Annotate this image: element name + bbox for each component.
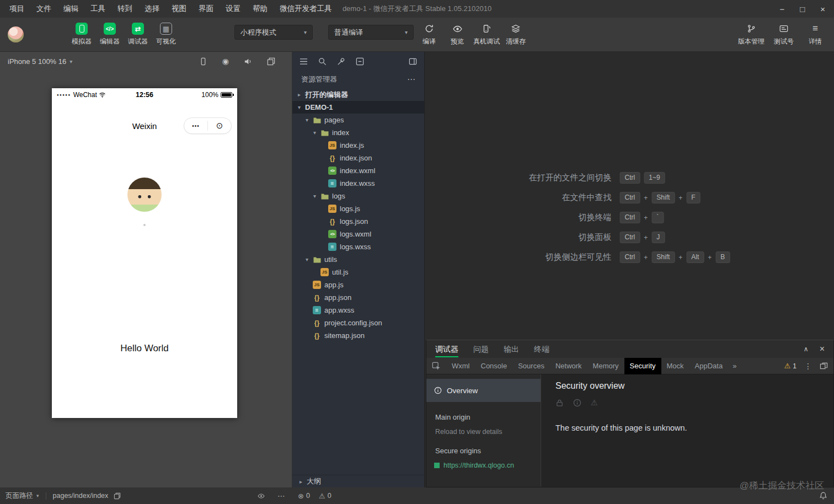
tree-item-logs.wxss[interactable]: ≡logs.wxss [292, 240, 424, 253]
devtools-tab-wxml[interactable]: Wxml [446, 358, 475, 374]
collapse-panel-icon[interactable]: ∧ [804, 345, 809, 353]
maximize-button[interactable]: □ [800, 4, 805, 14]
devtools-tab-sources[interactable]: Sources [512, 358, 550, 374]
remote-debug-button[interactable]: 真机调试 [473, 23, 500, 46]
multi-window-icon[interactable] [267, 57, 275, 66]
tree-item-打开的编辑器[interactable]: ▸打开的编辑器 [292, 88, 424, 101]
menu-item-7[interactable]: 界面 [193, 0, 220, 18]
compile-button[interactable]: 编译 [417, 23, 441, 46]
menu-item-6[interactable]: 视图 [165, 0, 193, 18]
tree-item-util.js[interactable]: JSutil.js [292, 266, 424, 278]
debugger-tab-调试器[interactable]: 调试器 [435, 340, 458, 358]
details-button[interactable]: ≡ 详情 [803, 23, 827, 46]
build-tools-icon[interactable] [337, 57, 345, 66]
tree-item-app.json[interactable]: {}app.json [292, 291, 424, 304]
tree-item-label: sitemap.json [324, 331, 365, 340]
test-account-button[interactable]: 测试号 [772, 23, 796, 46]
menu-item-2[interactable]: 编辑 [57, 0, 84, 18]
rotate-device-icon[interactable] [199, 57, 207, 66]
security-overview-item[interactable]: Overview [426, 379, 541, 402]
compile-mode-select[interactable]: 普通编译 ▾ [328, 25, 414, 40]
menu-item-9[interactable]: 帮助 [247, 0, 274, 18]
capsule-menu-icon[interactable]: ••• [184, 123, 207, 129]
menu-item-3[interactable]: 工具 [84, 0, 111, 18]
tree-item-logs.wxml[interactable]: <>logs.wxml [292, 228, 424, 240]
clear-cache-button[interactable]: 清缓存 [504, 23, 528, 46]
chevron-right-icon: ▸ [300, 479, 307, 485]
menu-item-1[interactable]: 文件 [30, 0, 57, 18]
secure-origin-item[interactable]: https://thirdwx.qlogo.cn [426, 462, 541, 469]
capsule-close-icon[interactable]: ⊙ [208, 121, 231, 131]
close-panel-icon[interactable]: × [820, 344, 825, 354]
visualize-toggle-button[interactable]: ▦ 可视化 [154, 23, 178, 46]
undock-icon[interactable] [820, 362, 828, 369]
debugger-tab-终端[interactable]: 终端 [534, 340, 549, 358]
json-file-icon: {} [313, 319, 321, 327]
more-options-icon[interactable]: ⋯ [277, 491, 285, 500]
user-avatar[interactable] [8, 26, 24, 42]
toggle-panel-icon[interactable] [409, 57, 417, 66]
mode-select[interactable]: 小程序模式 ▾ [234, 25, 313, 40]
collapse-all-icon[interactable] [356, 57, 364, 66]
error-counter[interactable]: ⊗ 0 [298, 492, 310, 500]
tree-item-project.config.json[interactable]: {}project.config.json [292, 317, 424, 329]
tree-item-app.js[interactable]: JSapp.js [292, 278, 424, 291]
tree-item-logs[interactable]: ▾logs [292, 190, 424, 202]
capsule-button: ••• ⊙ [184, 117, 232, 134]
simulator-toggle-button[interactable]: 模拟器 [70, 23, 94, 46]
copy-path-icon[interactable] [114, 492, 121, 500]
visibility-icon[interactable] [257, 492, 265, 500]
editor-toggle-button[interactable]: </> 编辑器 [98, 23, 122, 46]
devtools-tab-mock[interactable]: Mock [661, 358, 689, 374]
search-icon[interactable] [318, 57, 327, 66]
tree-item-logs.js[interactable]: JSlogs.js [292, 202, 424, 215]
devtools-tab-network[interactable]: Network [550, 358, 587, 374]
devtools-tab-security[interactable]: Security [624, 358, 661, 374]
tree-item-sitemap.json[interactable]: {}sitemap.json [292, 329, 424, 342]
debugger-toggle-button[interactable]: ⇄ 调试器 [126, 23, 150, 46]
devtools-menu-icon[interactable]: ⋮ [804, 362, 812, 371]
tree-item-index.js[interactable]: JSindex.js [292, 139, 424, 152]
tree-item-utils[interactable]: ▾utils [292, 253, 424, 266]
menu-item-10[interactable]: 微信开发者工具 [274, 0, 338, 18]
page-path-label[interactable]: 页面路径 [6, 491, 33, 501]
details-menu-icon: ≡ [809, 23, 821, 35]
tree-item-pages[interactable]: ▾pages [292, 114, 424, 126]
file-list-icon[interactable] [300, 58, 308, 65]
menu-items: 项目文件编辑工具转到选择视图界面设置帮助微信开发者工具 [0, 0, 338, 18]
more-actions-icon[interactable]: ⋯ [407, 74, 415, 84]
menu-item-0[interactable]: 项目 [3, 0, 30, 18]
security-content: Security overview ⚠ The security of this… [541, 374, 833, 487]
devtools-tab-console[interactable]: Console [475, 358, 513, 374]
device-selector[interactable]: iPhone 5 100% 16 ▾ [8, 57, 72, 66]
inspect-element-icon[interactable] [426, 362, 446, 371]
tree-item-index[interactable]: ▾index [292, 126, 424, 139]
menu-item-5[interactable]: 选择 [138, 0, 165, 18]
warning-counter[interactable]: ⚠ 0 [319, 492, 332, 500]
debugger-tab-问题[interactable]: 问题 [473, 340, 489, 358]
keycap-Shift: Shift [651, 192, 675, 203]
close-button[interactable]: × [820, 4, 825, 14]
menu-item-8[interactable]: 设置 [220, 0, 247, 18]
outline-section[interactable]: ▸ 大纲 [292, 475, 424, 487]
sound-icon[interactable] [244, 57, 252, 66]
tree-item-index.wxml[interactable]: <>index.wxml [292, 164, 424, 177]
notifications-bell-icon[interactable] [819, 491, 827, 500]
menu-item-4[interactable]: 转到 [111, 0, 138, 18]
warnings-badge[interactable]: ⚠ 1 [784, 362, 796, 370]
tree-item-logs.json[interactable]: {}logs.json [292, 215, 424, 228]
more-tabs-icon[interactable]: » [728, 362, 741, 370]
tree-item-index.json[interactable]: {}index.json [292, 152, 424, 164]
keycap-J: J [651, 232, 665, 243]
user-avatar-image[interactable] [127, 178, 162, 212]
minimize-button[interactable]: − [779, 4, 784, 14]
record-icon[interactable]: ◉ [222, 57, 229, 66]
devtools-tab-appdata[interactable]: AppData [689, 358, 729, 374]
tree-item-DEMO-1[interactable]: ▾DEMO-1 [292, 101, 424, 114]
preview-button[interactable]: 预览 [445, 23, 469, 46]
tree-item-index.wxss[interactable]: ≡index.wxss [292, 177, 424, 190]
devtools-tab-memory[interactable]: Memory [587, 358, 624, 374]
debugger-tab-输出[interactable]: 输出 [504, 340, 519, 358]
version-manage-button[interactable]: 版本管理 [738, 23, 764, 46]
tree-item-app.wxss[interactable]: ≡app.wxss [292, 304, 424, 317]
